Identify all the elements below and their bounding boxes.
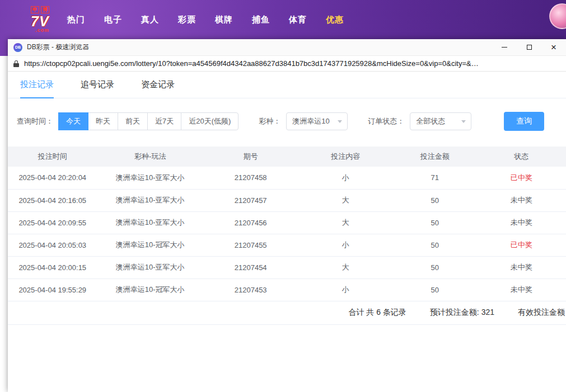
chevron-down-icon bbox=[338, 120, 342, 123]
bet-content: 大 bbox=[298, 211, 392, 234]
logo-main: 7V.com bbox=[31, 15, 49, 33]
summary-bar: 合计 共 6 条记录 预计投注金额: 321 有效投注金额 bbox=[8, 301, 566, 325]
bet-time: 2025-04-04 20:05:03 bbox=[8, 234, 97, 256]
bet-amount: 50 bbox=[393, 234, 477, 256]
nav-item[interactable]: 真人 bbox=[141, 15, 159, 25]
bet-status: 已中奖 bbox=[476, 234, 566, 256]
table-header-cell: 投注金额 bbox=[393, 147, 477, 167]
bet-content: 大 bbox=[298, 256, 392, 278]
bet-issue: 21207455 bbox=[203, 234, 298, 256]
maximize-icon bbox=[527, 45, 532, 50]
bet-game: 澳洲幸运10-亚军大小 bbox=[97, 256, 203, 278]
time-range-button[interactable]: 近20天(低频) bbox=[181, 112, 238, 130]
user-avatar[interactable] bbox=[549, 3, 566, 29]
window-controls: × bbox=[492, 39, 566, 55]
time-range-group: 今天昨天前天近7天近20天(低频) bbox=[59, 112, 238, 130]
search-button[interactable]: 查询 bbox=[504, 112, 544, 131]
order-status-select[interactable]: 全部状态 bbox=[410, 112, 471, 130]
bet-game: 澳洲幸运10-亚军大小 bbox=[97, 189, 203, 211]
bet-time: 2025-04-04 20:00:15 bbox=[8, 256, 97, 278]
summary-valid-amount: 有效投注金额 bbox=[518, 308, 565, 318]
chevron-down-icon bbox=[461, 120, 466, 123]
query-time-label: 查询时间： bbox=[17, 116, 53, 126]
bet-game: 澳洲幸运10-冠军大小 bbox=[97, 234, 203, 256]
minimize-icon bbox=[502, 47, 507, 48]
table-header-cell: 期号 bbox=[203, 147, 298, 167]
bet-amount: 50 bbox=[393, 256, 477, 278]
bet-content: 大 bbox=[298, 189, 392, 211]
bet-time: 2025-04-04 20:16:05 bbox=[8, 189, 97, 211]
table-header-row: 投注时间彩种-玩法期号投注内容投注金额状态 bbox=[8, 147, 566, 167]
order-status-select-value: 全部状态 bbox=[416, 116, 445, 126]
bet-time: 2025-04-04 20:20:04 bbox=[8, 167, 97, 189]
nav-item[interactable]: 彩票 bbox=[178, 15, 196, 25]
site-header-row: 申博 7V.com 热门电子真人彩票棋牌捕鱼体育优惠 bbox=[0, 0, 566, 39]
nav-item[interactable]: 捕鱼 bbox=[252, 15, 270, 25]
window-titlebar: DB DB彩票 - 极速浏览器 × bbox=[8, 39, 566, 56]
table-header-cell: 彩种-玩法 bbox=[97, 147, 203, 167]
url-bar[interactable]: https://ctopcp02pcali.uengi5e.com/lotter… bbox=[8, 56, 566, 72]
table-header-cell: 投注内容 bbox=[298, 147, 392, 167]
tab[interactable]: 投注记录 bbox=[20, 72, 54, 98]
bet-issue: 21207453 bbox=[203, 278, 298, 301]
filters-bar: 查询时间： 今天昨天前天近7天近20天(低频) 彩种： 澳洲幸运10 订单状态：… bbox=[8, 98, 566, 147]
order-status-label: 订单状态： bbox=[368, 116, 404, 126]
close-button[interactable]: × bbox=[541, 39, 566, 55]
logo-badge-char: 博 bbox=[41, 6, 49, 13]
bet-time: 2025-04-04 19:55:29 bbox=[8, 278, 97, 301]
bet-status: 已中奖 bbox=[476, 167, 566, 189]
logo-text: 7V bbox=[31, 13, 49, 29]
time-range-button[interactable]: 近7天 bbox=[147, 112, 181, 130]
maximize-button[interactable] bbox=[517, 39, 541, 55]
bet-issue: 21207457 bbox=[203, 189, 298, 211]
tab[interactable]: 资金记录 bbox=[141, 72, 175, 98]
bet-issue: 21207454 bbox=[203, 256, 298, 278]
table-row: 2025-04-04 20:05:03 澳洲幸运10-冠军大小 21207455… bbox=[8, 234, 566, 256]
nav-item[interactable]: 体育 bbox=[289, 15, 307, 25]
table-header-cell: 状态 bbox=[476, 147, 566, 167]
site-logo[interactable]: 申博 7V.com bbox=[31, 6, 49, 33]
summary-total: 合计 共 6 条记录 bbox=[348, 308, 406, 318]
bets-table: 投注时间彩种-玩法期号投注内容投注金额状态 2025-04-04 20:20:0… bbox=[8, 147, 566, 301]
bet-content: 小 bbox=[298, 278, 392, 301]
bet-amount: 50 bbox=[393, 278, 477, 301]
nav-item[interactable]: 热门 bbox=[67, 15, 85, 25]
table-row: 2025-04-04 20:09:55 澳洲幸运10-亚军大小 21207456… bbox=[8, 211, 566, 234]
bet-issue: 21207458 bbox=[203, 167, 298, 189]
lottery-select[interactable]: 澳洲幸运10 bbox=[286, 112, 348, 130]
bet-content: 小 bbox=[298, 234, 392, 256]
bet-status: 未中奖 bbox=[476, 256, 566, 278]
window-title: DB彩票 - 极速浏览器 bbox=[27, 42, 492, 52]
nav-item[interactable]: 棋牌 bbox=[215, 15, 233, 25]
bet-status: 未中奖 bbox=[476, 278, 566, 301]
bet-status: 未中奖 bbox=[476, 211, 566, 234]
bet-game: 澳洲幸运10-冠军大小 bbox=[97, 278, 203, 301]
tab[interactable]: 追号记录 bbox=[81, 72, 114, 98]
bet-status: 未中奖 bbox=[476, 189, 566, 211]
table-row: 2025-04-04 20:16:05 澳洲幸运10-亚军大小 21207457… bbox=[8, 189, 566, 211]
nav-item[interactable]: 优惠 bbox=[326, 15, 344, 25]
bet-game: 澳洲幸运10-亚军大小 bbox=[97, 167, 203, 189]
bet-amount: 50 bbox=[393, 189, 477, 211]
bet-amount: 71 bbox=[393, 167, 477, 189]
logo-badge-char: 申 bbox=[31, 6, 39, 13]
site-nav: 热门电子真人彩票棋牌捕鱼体育优惠 bbox=[67, 15, 344, 25]
url-text[interactable]: https://ctopcp02pcali.uengi5e.com/lotter… bbox=[24, 59, 479, 68]
time-range-button[interactable]: 昨天 bbox=[88, 112, 118, 130]
favicon-icon: DB bbox=[13, 43, 22, 52]
nav-item[interactable]: 电子 bbox=[104, 15, 122, 25]
table-row: 2025-04-04 19:55:29 澳洲幸运10-冠军大小 21207453… bbox=[8, 278, 566, 301]
lock-icon[interactable] bbox=[13, 60, 19, 67]
table-row: 2025-04-04 20:20:04 澳洲幸运10-亚军大小 21207458… bbox=[8, 167, 566, 189]
lottery-select-value: 澳洲幸运10 bbox=[292, 116, 329, 126]
time-range-button[interactable]: 今天 bbox=[58, 112, 88, 130]
minimize-button[interactable] bbox=[492, 39, 517, 55]
bet-time: 2025-04-04 20:09:55 bbox=[8, 211, 97, 234]
time-range-button[interactable]: 前天 bbox=[118, 112, 148, 130]
bet-amount: 50 bbox=[393, 211, 477, 234]
table-header-cell: 投注时间 bbox=[8, 147, 97, 167]
bet-content: 小 bbox=[298, 167, 392, 189]
bet-game: 澳洲幸运10-亚军大小 bbox=[97, 211, 203, 234]
table-row: 2025-04-04 20:00:15 澳洲幸运10-亚军大小 21207454… bbox=[8, 256, 566, 278]
browser-window: DB DB彩票 - 极速浏览器 × https://ctopcp02pcali.… bbox=[8, 39, 566, 392]
